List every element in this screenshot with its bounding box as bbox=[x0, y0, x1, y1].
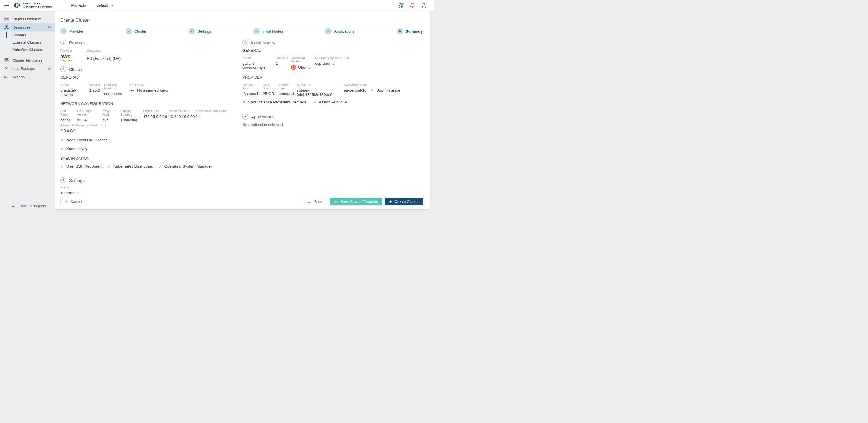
help-icon[interactable] bbox=[398, 2, 404, 9]
menu-icon[interactable] bbox=[4, 4, 9, 7]
field-value: canal bbox=[60, 118, 74, 122]
field-label: Node CIDR Mask Size bbox=[195, 109, 227, 113]
field-value: Ubuntu bbox=[298, 65, 311, 69]
field-value: 0.0.0.0/0 bbox=[60, 129, 240, 133]
divider bbox=[66, 2, 66, 9]
field-value: 24 bbox=[195, 114, 227, 119]
sidebar-item-resources[interactable]: Resources bbox=[0, 23, 55, 31]
feature-node-local-dns-cache: ✓ Node Local DNS Cache bbox=[60, 138, 242, 142]
sidebar-item-label: etcd Backups bbox=[12, 66, 49, 71]
grid-icon bbox=[4, 17, 9, 21]
feature-kubernetes-dashboard: ✓ Kubernetes Dashboard bbox=[107, 164, 154, 168]
field-value: 1.25.6 bbox=[89, 88, 101, 92]
ubuntu-logo-icon bbox=[291, 65, 296, 70]
sidebar-subitem-external-clusters[interactable]: External Clusters bbox=[0, 39, 55, 46]
project-selector[interactable]: default bbox=[97, 3, 113, 7]
field-label: Availability Zone bbox=[344, 83, 368, 86]
check-icon: ✓ bbox=[255, 29, 258, 33]
project-selector-value: default bbox=[97, 3, 108, 7]
aws-logo-text: aws bbox=[60, 54, 71, 59]
section-title: Initial Nodes bbox=[251, 40, 275, 45]
sidebar-subitem-kubeone-clusters[interactable]: KubeOne Clusters bbox=[0, 46, 55, 53]
chevron-up-icon bbox=[48, 26, 51, 29]
section-number: 4 bbox=[242, 39, 248, 45]
field-label: Subnet ID bbox=[297, 83, 341, 86]
field-value: practical-newton bbox=[60, 88, 86, 97]
sidebar-item-project-overview[interactable]: Project Overview bbox=[0, 15, 55, 23]
step-label: Provider bbox=[69, 29, 83, 33]
save-cluster-template-button[interactable]: Save Cluster Template bbox=[330, 198, 382, 205]
step-provider[interactable]: ✓ Provider bbox=[60, 28, 83, 34]
sidebar-item-etcd-backups[interactable]: etcd Backups bbox=[0, 64, 55, 73]
subsection-header: SPECIFICATION bbox=[60, 156, 242, 161]
step-initial-nodes[interactable]: ✓ Initial Nodes bbox=[253, 28, 283, 34]
sitemap-icon bbox=[4, 25, 9, 30]
back-to-projects-link[interactable]: ← back to projects bbox=[0, 203, 55, 208]
aws-smile-icon bbox=[60, 59, 72, 62]
field-value: v3.24 bbox=[77, 118, 99, 122]
cross-icon: ✕ bbox=[371, 88, 374, 92]
field-label: Pods CIDR bbox=[143, 109, 166, 113]
field-label: Instance Type bbox=[242, 83, 260, 90]
create-cluster-card: Create Cluster ✓ Provider ✓ Cluster ✓ Se… bbox=[55, 11, 430, 209]
section-provider: 1 Provider bbox=[60, 39, 242, 45]
step-settings[interactable]: ✓ Settings bbox=[189, 28, 211, 34]
applications-empty-text: No application selected. bbox=[242, 122, 423, 127]
step-applications[interactable]: ✓ Applications bbox=[325, 28, 354, 34]
section-number: 1 bbox=[60, 39, 66, 45]
check-icon: ✓ bbox=[190, 29, 193, 33]
step-done-circle: ✓ bbox=[60, 28, 67, 34]
projects-nav-link[interactable]: Projects bbox=[71, 3, 86, 8]
aws-logo: aws bbox=[60, 54, 72, 62]
sidebar-item-label: Resources bbox=[12, 25, 49, 29]
notification-dot bbox=[401, 2, 404, 5]
create-cluster-label: Create Cluster bbox=[395, 199, 419, 204]
brand-logo[interactable]: KUBERMATIC Kubernetes Platform bbox=[14, 2, 52, 9]
flag-spot-instance-persistent-request: ✕ Spot Instance Persistent Request bbox=[242, 100, 306, 104]
check-icon: ✓ bbox=[60, 147, 64, 151]
cancel-button[interactable]: ✕ Cancel bbox=[60, 198, 86, 205]
notifications-bell-icon[interactable] bbox=[409, 2, 415, 9]
save-cluster-template-label: Save Cluster Template bbox=[341, 199, 378, 204]
sidebar-item-cluster-templates[interactable]: Cluster Templates bbox=[0, 56, 55, 64]
field-value: 25 GB bbox=[263, 92, 276, 96]
feature-label: Kubernetes Dashboard bbox=[114, 164, 154, 168]
back-arrow-icon: ← bbox=[307, 199, 312, 204]
field-value: gallant-visvesvaraya bbox=[242, 61, 273, 70]
check-icon: ✓ bbox=[327, 29, 330, 33]
field-value: containerd bbox=[104, 92, 126, 96]
field-label: Volume Type bbox=[279, 83, 294, 90]
field-label: Allowed IP Range for NodePorts bbox=[60, 123, 240, 127]
active-indicator bbox=[6, 32, 7, 38]
history-icon bbox=[4, 66, 9, 71]
field-value: osp-ubuntu bbox=[315, 61, 350, 65]
step-summary[interactable]: 6 Summary bbox=[397, 28, 423, 34]
flag-label: Assign Public IP bbox=[319, 100, 347, 104]
wizard-footer: ✕ Cancel ← Back bbox=[60, 195, 423, 205]
sidebar-item-access[interactable]: Access bbox=[0, 73, 55, 81]
field-label: Provider bbox=[60, 49, 84, 52]
user-account-icon[interactable] bbox=[421, 2, 427, 9]
field-value: 10.240.16.0/20 bbox=[169, 114, 192, 119]
flag-assign-public-ip: ✓ Assign Public IP bbox=[313, 100, 347, 104]
field-value: t3a.small bbox=[242, 92, 260, 96]
step-cluster[interactable]: ✓ Cluster bbox=[126, 28, 146, 34]
section-cluster: 2 Cluster bbox=[60, 66, 242, 72]
section-number: 3 bbox=[60, 177, 66, 183]
field-label: Replicas bbox=[276, 56, 288, 59]
create-cluster-button[interactable]: + Create Cluster bbox=[385, 198, 423, 205]
sidebar-item-label: Cluster Templates bbox=[12, 58, 55, 62]
section-number: 5 bbox=[242, 114, 248, 120]
field-label: Operating System bbox=[291, 56, 312, 63]
back-button[interactable]: ← Back bbox=[303, 198, 327, 205]
back-arrow-icon: ← bbox=[11, 203, 16, 208]
sidebar-item-label: Access bbox=[12, 75, 49, 79]
back-button-label: Back bbox=[314, 199, 322, 204]
step-number-circle: 6 bbox=[397, 28, 403, 34]
sidebar-subitem-clusters[interactable]: Clusters bbox=[0, 31, 55, 39]
brand-name: KUBERMATIC bbox=[23, 2, 52, 5]
field-value: No assigned keys bbox=[137, 88, 168, 92]
field-label: Proxy Mode bbox=[101, 109, 118, 116]
feature-label: Node Local DNS Cache bbox=[66, 138, 107, 142]
field-label: Expose Strategy bbox=[120, 109, 140, 116]
